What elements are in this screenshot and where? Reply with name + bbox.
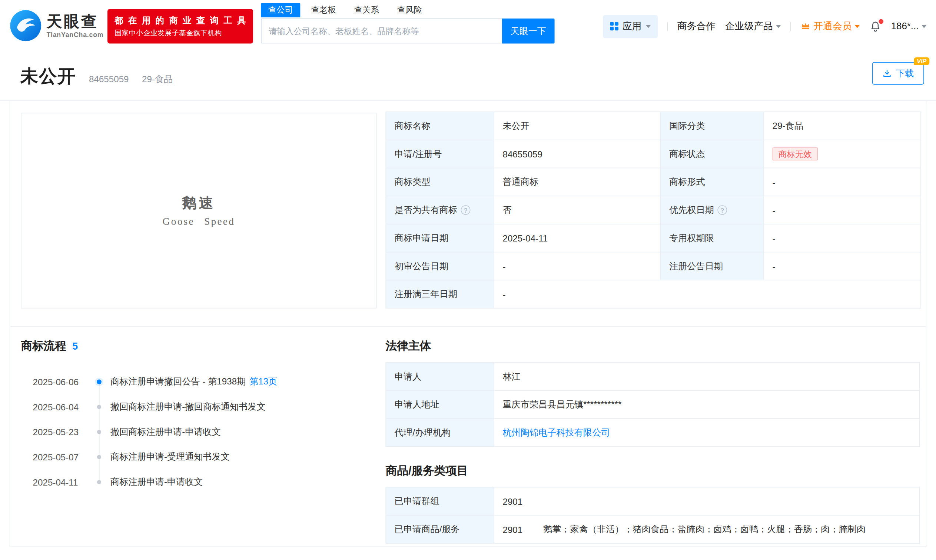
goods-services-table: 已申请群组 2901 已申请商品/服务 2901 鹅掌；家禽（非活）；猪肉食品；… bbox=[386, 487, 920, 544]
site-header: 天眼查 TianYanCha.com 都在用的商业查询工具 国家中小企业发展子基… bbox=[0, 0, 936, 52]
account-phone: 186*... bbox=[891, 21, 919, 31]
goods-label: 已申请商品/服务 bbox=[386, 515, 494, 543]
promo-line1: 都在用的商业查询工具 bbox=[114, 14, 246, 27]
info-value: - bbox=[494, 280, 921, 308]
account-menu[interactable]: 186*... bbox=[891, 21, 926, 31]
legal-label: 申请人 bbox=[386, 363, 494, 390]
info-label: 商标状态 bbox=[661, 140, 763, 168]
info-value: - bbox=[764, 252, 921, 280]
info-label: 注册满三年日期 bbox=[386, 280, 494, 308]
info-value: - bbox=[494, 252, 660, 280]
info-label: 专用权期限 bbox=[661, 225, 763, 252]
info-label: 商标名称 bbox=[386, 112, 494, 140]
notification-bell[interactable] bbox=[869, 20, 882, 32]
tab-company[interactable]: 查公司 bbox=[261, 3, 300, 17]
notification-dot bbox=[878, 18, 884, 24]
timeline-dot bbox=[97, 480, 101, 484]
goods-group-code: 2901 bbox=[502, 524, 526, 534]
flow-text: 商标注册申请-申请收文 bbox=[111, 476, 203, 488]
legal-value: 林江 bbox=[494, 363, 919, 390]
trademark-category: 29-食品 bbox=[142, 74, 173, 86]
crown-icon bbox=[801, 21, 810, 31]
flow-text: 商标注册申请-受理通知书发文 bbox=[111, 451, 230, 463]
flow-date: 2025-05-23 bbox=[33, 427, 79, 437]
info-label: 申请/注册号 bbox=[386, 140, 494, 168]
search-button[interactable]: 天眼一下 bbox=[502, 18, 555, 44]
trademark-info-table: 商标名称 未公开 国际分类 29-食品 申请/注册号 84655059 商标状态… bbox=[386, 111, 921, 309]
help-icon[interactable]: ? bbox=[717, 205, 727, 215]
flow-text: 撤回商标注册申请-申请收文 bbox=[111, 426, 221, 438]
tab-boss[interactable]: 查老板 bbox=[304, 3, 343, 17]
flow-item: 2025-06-04 撤回商标注册申请-撤回商标通知书发文 bbox=[21, 394, 379, 420]
info-value: 否 bbox=[494, 196, 660, 224]
info-value: 普通商标 bbox=[494, 168, 660, 195]
info-value: 29-食品 bbox=[764, 112, 921, 140]
timeline-dot bbox=[97, 455, 101, 459]
flow-section-title: 商标流程5 bbox=[21, 338, 379, 354]
logo-icon bbox=[10, 10, 42, 42]
logo-subtitle: TianYanCha.com bbox=[47, 31, 104, 38]
legal-value: 重庆市荣昌县昌元镇*********** bbox=[494, 391, 919, 418]
tab-risk[interactable]: 查风险 bbox=[390, 3, 429, 17]
header-nav: 应用 商务合作 企业级产品 开通会员 bbox=[603, 0, 927, 52]
nav-separator bbox=[667, 22, 668, 31]
flow-count: 5 bbox=[72, 341, 78, 352]
info-label: 商标类型 bbox=[386, 168, 494, 195]
promo-line2: 国家中小企业发展子基金旗下机构 bbox=[114, 29, 246, 38]
legal-entity-table: 申请人 林江 申请人地址 重庆市荣昌县昌元镇*********** 代理/办理机… bbox=[386, 362, 920, 447]
download-button[interactable]: 下载 VIP bbox=[872, 62, 924, 85]
chevron-down-icon bbox=[922, 25, 926, 28]
info-value: 商标无效 bbox=[764, 140, 921, 168]
trademark-image: 鹅速 Goose Speed bbox=[21, 112, 376, 308]
nav-separator bbox=[790, 22, 791, 31]
timeline-dot bbox=[97, 430, 101, 434]
trademark-reg-no: 84655059 bbox=[89, 74, 129, 84]
flow-date: 2025-06-06 bbox=[33, 377, 79, 387]
search-input[interactable] bbox=[261, 18, 502, 44]
nav-vip-upgrade[interactable]: 开通会员 bbox=[801, 20, 859, 32]
timeline-dot bbox=[97, 405, 101, 409]
info-label: 商标申请日期 bbox=[386, 225, 494, 252]
info-label: 国际分类 bbox=[661, 112, 763, 140]
legal-section-title: 法律主体 bbox=[386, 338, 920, 354]
info-value: - bbox=[764, 225, 921, 252]
info-label: 商标形式 bbox=[661, 168, 763, 195]
promo-banner[interactable]: 都在用的商业查询工具 国家中小企业发展子基金旗下机构 bbox=[108, 9, 253, 43]
legal-label: 代理/办理机构 bbox=[386, 419, 494, 446]
download-icon bbox=[882, 69, 892, 78]
info-label: 优先权日期 ? bbox=[661, 196, 763, 224]
chevron-down-icon bbox=[854, 25, 859, 28]
info-label: 是否为共有商标 ? bbox=[386, 196, 494, 224]
trademark-flow-section: 商标流程5 2025-06-06 商标注册申请撤回公告 - 第1938期第13页… bbox=[21, 338, 379, 494]
info-value: - bbox=[764, 196, 921, 224]
flow-page-link[interactable]: 第13页 bbox=[249, 376, 277, 386]
search-tabs: 查公司 查老板 查关系 查风险 bbox=[261, 3, 555, 17]
site-logo[interactable]: 天眼查 TianYanCha.com bbox=[10, 10, 104, 42]
trademark-status-badge: 商标无效 bbox=[773, 148, 818, 160]
flow-date: 2025-04-11 bbox=[33, 477, 78, 487]
flow-date: 2025-06-04 bbox=[33, 402, 79, 412]
goods-value: 2901 bbox=[494, 488, 919, 515]
vip-badge: VIP bbox=[914, 57, 929, 65]
goods-services-list: 鹅掌；家禽（非活）；猪肉食品；盐腌肉；卤鸡；卤鸭；火腿；香肠；肉；腌制肉 bbox=[543, 524, 865, 535]
card-divider bbox=[10, 326, 926, 327]
chevron-down-icon bbox=[646, 25, 651, 28]
chevron-down-icon bbox=[776, 25, 781, 28]
info-value: 2025-04-11 bbox=[494, 225, 660, 252]
nav-enterprise-products[interactable]: 企业级产品 bbox=[725, 20, 781, 32]
page-title-bar: 未公开 84655059 29-食品 下载 VIP bbox=[0, 52, 936, 100]
nav-business-coop[interactable]: 商务合作 bbox=[677, 20, 716, 32]
goods-section-title: 商品/服务类项目 bbox=[386, 463, 920, 478]
goods-value: 2901 鹅掌；家禽（非活）；猪肉食品；盐腌肉；卤鸡；卤鸭；火腿；香肠；肉；腌制… bbox=[494, 515, 919, 543]
trademark-image-cn-text: 鹅速 bbox=[182, 193, 215, 212]
legal-value: 杭州陶锦电子科技有限公司 bbox=[494, 419, 919, 446]
info-value: - bbox=[764, 168, 921, 195]
flow-item: 2025-06-06 商标注册申请撤回公告 - 第1938期第13页 bbox=[21, 369, 379, 394]
agency-company-link[interactable]: 杭州陶锦电子科技有限公司 bbox=[502, 427, 610, 438]
trademark-image-en-text: Goose Speed bbox=[163, 216, 235, 228]
tab-relation[interactable]: 查关系 bbox=[347, 3, 386, 17]
apps-menu[interactable]: 应用 bbox=[603, 14, 658, 38]
logo-title: 天眼查 bbox=[47, 13, 104, 30]
help-icon[interactable]: ? bbox=[461, 205, 471, 215]
apps-label: 应用 bbox=[622, 20, 642, 32]
